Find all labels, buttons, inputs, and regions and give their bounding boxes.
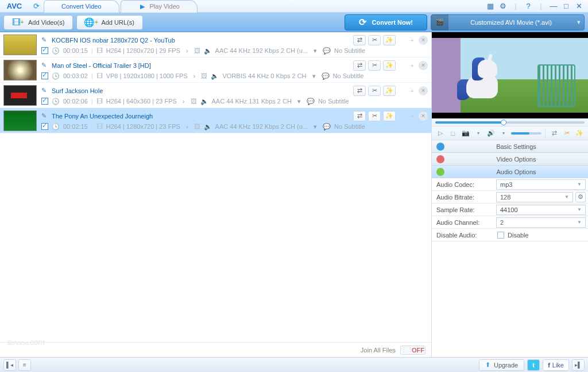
video-info-dropdown[interactable]: › xyxy=(184,47,191,54)
skin-icon[interactable]: ▦ xyxy=(485,1,496,11)
cut-button[interactable]: ✂ xyxy=(368,86,381,96)
effects-button[interactable]: ✨ xyxy=(383,35,396,45)
include-checkbox[interactable] xyxy=(41,72,48,79)
video-preview[interactable] xyxy=(432,32,588,118)
effects-button[interactable]: ✨ xyxy=(383,60,396,71)
maximize-button[interactable]: □ xyxy=(560,1,572,11)
add-button[interactable]: + xyxy=(408,37,416,44)
audio-codec-select[interactable]: mp3▼ xyxy=(496,179,586,190)
video-title[interactable]: Man of Steel - Official Trailer 3 [HD] xyxy=(52,62,151,69)
video-thumbnail[interactable] xyxy=(3,34,37,55)
seek-bar[interactable] xyxy=(432,118,588,126)
edit-title-icon[interactable]: ✎ xyxy=(41,62,48,69)
chevron-down-icon[interactable]: ▾ xyxy=(574,18,584,26)
remove-button[interactable]: × xyxy=(419,112,428,121)
join-all-toggle[interactable]: ⋮⋮ OFF xyxy=(400,346,425,355)
include-checkbox[interactable] xyxy=(41,98,48,105)
remove-button[interactable]: × xyxy=(419,86,428,95)
help-icon[interactable]: ? xyxy=(523,1,534,11)
window-controls: ▦ ⚙ | ? | — □ ✕ xyxy=(485,1,588,11)
tab-video-options[interactable]: Video Options xyxy=(432,153,588,166)
audio-info-dropdown[interactable]: ▾ xyxy=(311,47,319,55)
add-button[interactable]: + xyxy=(408,62,416,69)
edit-title-icon[interactable]: ✎ xyxy=(41,87,48,94)
video-thumbnail[interactable] xyxy=(3,85,37,106)
video-title[interactable]: The Pony An Unexpected Journeigh xyxy=(52,113,153,120)
subtitle-info: No Subtitle xyxy=(334,123,365,130)
volume-slider[interactable] xyxy=(511,132,542,135)
video-list-item[interactable]: ✎KOCBFN IOS nobar 1280x720 Q2 - YouTub⇄✂… xyxy=(0,32,431,57)
facebook-like-button[interactable]: f Like xyxy=(543,359,569,371)
swap-button[interactable]: ⇄ xyxy=(353,86,366,96)
video-list-item[interactable]: ✎Man of Steel - Official Trailer 3 [HD]⇄… xyxy=(0,57,431,83)
convert-now-button[interactable]: ⟳ Convert Now! xyxy=(345,14,428,30)
cut-button[interactable]: ✂ xyxy=(368,35,381,45)
video-list-item[interactable]: ✎The Pony An Unexpected Journeigh⇄✂✨+×🕓0… xyxy=(0,108,431,133)
include-checkbox[interactable] xyxy=(41,123,48,130)
video-thumbnail[interactable] xyxy=(3,110,37,131)
tab-play-video[interactable]: ▶ Play Video xyxy=(121,0,198,13)
swap-icon[interactable]: ⇄ xyxy=(549,128,559,139)
cut-button[interactable]: ✂ xyxy=(368,111,381,121)
cut-icon[interactable]: ✂ xyxy=(562,128,572,139)
toolbar: 🎞+ Add Video(s) 🌐+ Add URL(s) ⟳ Convert … xyxy=(0,13,588,32)
play-icon: ▶ xyxy=(138,2,146,10)
magic-wand-icon[interactable]: ✨ xyxy=(574,128,585,139)
video-list-item[interactable]: ✎Surf Jackson Hole⇄✂✨+×🕓00:02:06|🎞H264 |… xyxy=(0,83,431,108)
disable-audio-checkbox[interactable] xyxy=(497,232,504,239)
settings-icon[interactable]: ⚙ xyxy=(497,1,509,11)
snapshot-button[interactable]: 📷 xyxy=(461,128,471,139)
effects-button[interactable]: ✨ xyxy=(383,111,396,121)
include-checkbox[interactable] xyxy=(41,47,48,54)
upload-icon: ⬆ xyxy=(485,361,490,369)
join-all-label: Join All Files xyxy=(361,347,396,354)
stop-button[interactable]: □ xyxy=(448,128,458,139)
cut-button[interactable]: ✂ xyxy=(368,60,381,71)
swap-button[interactable]: ⇄ xyxy=(353,35,366,45)
video-title[interactable]: Surf Jackson Hole xyxy=(52,87,103,94)
subtitle-icon: 💬 xyxy=(323,123,331,131)
snapshot-dropdown[interactable]: ▾ xyxy=(473,128,483,139)
audio-channel-select[interactable]: 2▼ xyxy=(496,217,586,228)
close-button[interactable]: ✕ xyxy=(573,1,585,11)
volume-dropdown[interactable]: ▾ xyxy=(498,128,509,139)
add-button[interactable]: + xyxy=(408,113,416,120)
collapse-left-button[interactable]: ▌◂ xyxy=(3,359,16,371)
add-videos-button[interactable]: 🎞+ Add Video(s) xyxy=(3,15,73,30)
video-thumbnail[interactable] xyxy=(3,60,37,80)
audio-info-dropdown[interactable]: ▾ xyxy=(310,72,318,80)
seek-knob[interactable] xyxy=(501,120,506,125)
remove-button[interactable]: × xyxy=(419,36,428,45)
audio-info-dropdown[interactable]: ▾ xyxy=(295,98,303,105)
swap-button[interactable]: ⇄ xyxy=(353,60,366,71)
upgrade-button[interactable]: ⬆ Upgrade xyxy=(479,359,524,371)
duration: 00:03:02 xyxy=(63,72,88,79)
edit-title-icon[interactable]: ✎ xyxy=(41,112,48,120)
remove-button[interactable]: × xyxy=(419,61,428,70)
subtitle-icon: 💬 xyxy=(322,72,330,80)
video-info-dropdown[interactable]: › xyxy=(184,123,191,130)
twitter-button[interactable]: t xyxy=(527,359,540,371)
video-info-dropdown[interactable]: › xyxy=(191,72,198,79)
sample-rate-select[interactable]: 44100▼ xyxy=(496,205,586,215)
tab-convert-video[interactable]: Convert Video xyxy=(44,0,119,13)
output-profile-picker[interactable]: 🎬 Customized AVI Movie (*.avi) ▾ xyxy=(431,14,585,30)
tab-basic-settings[interactable]: Basic Settings xyxy=(432,140,588,153)
audio-bitrate-select[interactable]: 128▼ xyxy=(496,192,573,202)
play-button[interactable]: ▷ xyxy=(435,128,446,139)
refresh-icon[interactable]: ⟳ xyxy=(31,1,41,11)
menu-button[interactable]: ≡ xyxy=(18,359,31,371)
minimize-button[interactable]: — xyxy=(548,1,559,11)
swap-button[interactable]: ⇄ xyxy=(353,111,366,121)
effects-button[interactable]: ✨ xyxy=(383,86,396,96)
volume-icon[interactable]: 🔊 xyxy=(486,128,496,139)
audio-info-dropdown[interactable]: ▾ xyxy=(311,123,319,131)
edit-title-icon[interactable]: ✎ xyxy=(41,36,48,44)
add-button[interactable]: + xyxy=(408,87,416,94)
video-info-dropdown[interactable]: › xyxy=(180,98,187,105)
add-urls-button[interactable]: 🌐+ Add URL(s) xyxy=(76,15,142,30)
bitrate-settings-button[interactable]: ⚙ xyxy=(575,192,586,202)
tab-audio-options[interactable]: Audio Options xyxy=(432,166,588,178)
video-title[interactable]: KOCBFN IOS nobar 1280x720 Q2 - YouTub xyxy=(52,37,175,44)
collapse-right-button[interactable]: ▸▌ xyxy=(572,359,585,371)
